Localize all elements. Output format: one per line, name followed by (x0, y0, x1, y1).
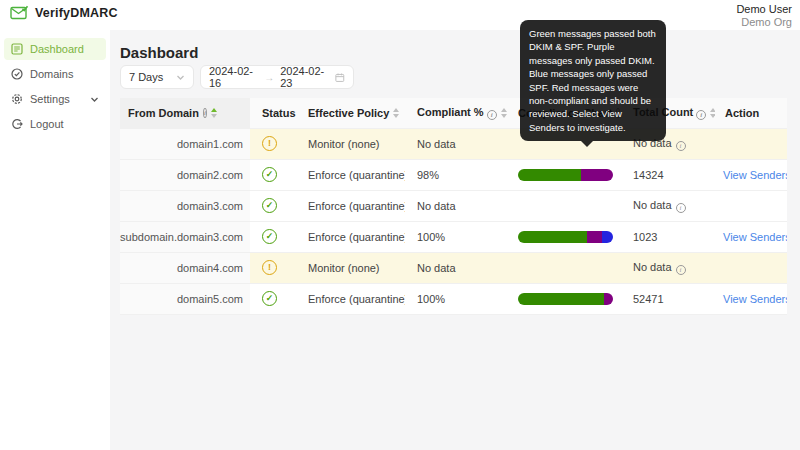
bar-segment-green (518, 231, 587, 243)
sidebar-item-settings[interactable]: Settings (4, 88, 106, 110)
action-cell (715, 252, 787, 283)
action-cell: View Senders (715, 283, 787, 314)
bar-segment-green (518, 293, 604, 305)
table-row: domain1.com ! Monitor (none) No data No … (120, 128, 787, 159)
status-cell: ! (250, 128, 300, 159)
table-header: From Domain Status Effectiv (120, 98, 787, 128)
sidebar-item-logout[interactable]: Logout (4, 113, 106, 135)
top-bar: VerifyDMARC Demo User Demo Org (0, 0, 800, 30)
compliant-cell: No data (405, 252, 510, 283)
sort-icon[interactable] (501, 108, 507, 118)
status-icon: ✓ (262, 291, 277, 306)
column-label: Action (725, 107, 759, 119)
status-cell: ! (250, 252, 300, 283)
column-header-action: Action (715, 98, 787, 128)
column-header-from-domain[interactable]: From Domain (120, 98, 250, 128)
column-header-compliant-pct[interactable]: Compliant % (405, 98, 510, 128)
table-row: domain5.com ✓ Enforce (quarantine) 100% … (120, 283, 787, 314)
table-row: subdomain.domain3.com ✓ Enforce (quarant… (120, 221, 787, 252)
policy-cell: Enforce (quarantine) (300, 190, 405, 221)
chart-cell (510, 159, 625, 190)
org-name: Demo Org (736, 16, 792, 29)
view-senders-link[interactable]: View Senders (723, 293, 787, 305)
compliant-cell: No data (405, 190, 510, 221)
sort-icon[interactable] (211, 108, 217, 118)
bar-segment-blue (602, 231, 613, 243)
status-icon: ✓ (262, 229, 277, 244)
app-title: VerifyDMARC (35, 6, 118, 20)
policy-cell: Monitor (none) (300, 252, 405, 283)
info-icon[interactable] (676, 265, 686, 275)
compliance-chart-tooltip: Green messages passed both DKIM & SPF. P… (520, 20, 666, 141)
action-cell (715, 128, 787, 159)
total-value: 14324 (633, 169, 664, 181)
info-icon[interactable] (676, 203, 686, 213)
status-cell: ✓ (250, 190, 300, 221)
sidebar: Dashboard Domains Settings Logout (0, 30, 110, 450)
view-senders-link[interactable]: View Senders (723, 169, 787, 181)
tooltip-arrow (581, 141, 593, 147)
sort-icon[interactable] (393, 108, 399, 118)
filters-bar: 7 Days 2024-02-16 → 2024-02-23 (120, 65, 354, 89)
compliant-cell: 100% (405, 221, 510, 252)
column-label: Compliant % (417, 106, 484, 118)
date-range-select[interactable]: 7 Days (120, 65, 194, 89)
logout-icon (11, 118, 23, 130)
info-icon[interactable] (487, 110, 497, 120)
calendar-icon[interactable] (335, 72, 345, 83)
sidebar-item-dashboard[interactable]: Dashboard (4, 38, 106, 60)
bar-segment-purple (581, 169, 613, 181)
info-icon[interactable] (203, 108, 207, 118)
table-row: domain4.com ! Monitor (none) No data No … (120, 252, 787, 283)
column-header-status: Status (250, 98, 300, 128)
table-row: domain2.com ✓ Enforce (quarantine) 98% 1… (120, 159, 787, 190)
total-cell: No data (625, 190, 715, 221)
tooltip-text: Green messages passed both DKIM & SPF. P… (529, 28, 656, 133)
action-cell (715, 190, 787, 221)
date-range-picker[interactable]: 2024-02-16 → 2024-02-23 (200, 65, 354, 89)
date-end-input[interactable]: 2024-02-23 (280, 65, 329, 89)
domain-cell: domain2.com (120, 159, 250, 190)
info-icon[interactable] (696, 110, 706, 120)
status-icon: ! (262, 136, 277, 151)
action-cell: View Senders (715, 221, 787, 252)
chart-cell (510, 190, 625, 221)
sidebar-item-domains[interactable]: Domains (4, 63, 106, 85)
date-range-arrow: → (264, 72, 274, 83)
check-circle-icon (11, 68, 23, 80)
sidebar-item-label: Settings (30, 93, 70, 105)
logo[interactable]: VerifyDMARC (10, 5, 118, 20)
sort-icon[interactable] (710, 108, 715, 118)
compliant-cell: 100% (405, 283, 510, 314)
compliance-bar (518, 231, 613, 243)
dashboard-icon (11, 43, 23, 55)
bar-segment-purple (604, 293, 614, 305)
compliant-cell: No data (405, 128, 510, 159)
table-row: domain3.com ✓ Enforce (quarantine) No da… (120, 190, 787, 221)
status-cell: ✓ (250, 159, 300, 190)
info-icon[interactable] (676, 141, 686, 151)
total-value: No data (633, 261, 672, 273)
chart-cell (510, 221, 625, 252)
policy-cell: Enforce (quarantine) (300, 159, 405, 190)
bar-segment-green (518, 169, 581, 181)
date-start-input[interactable]: 2024-02-16 (209, 65, 258, 89)
user-block[interactable]: Demo User Demo Org (736, 3, 792, 29)
compliance-bar (518, 169, 613, 181)
chevron-down-icon (90, 95, 99, 104)
sidebar-item-label: Dashboard (30, 43, 84, 55)
view-senders-link[interactable]: View Senders (723, 231, 787, 243)
domain-cell: domain5.com (120, 283, 250, 314)
chart-cell (510, 252, 625, 283)
gear-icon (11, 93, 23, 105)
column-header-effective-policy[interactable]: Effective Policy (300, 98, 405, 128)
sidebar-item-label: Logout (30, 118, 64, 130)
page-title: Dashboard (120, 44, 198, 61)
compliance-bar (518, 293, 613, 305)
total-value: 52471 (633, 293, 664, 305)
total-value: 1023 (633, 231, 657, 243)
total-cell: 1023 (625, 221, 715, 252)
compliant-cell: 98% (405, 159, 510, 190)
main-content: Dashboard 7 Days 2024-02-16 → 2024-02-23 (110, 30, 800, 450)
policy-cell: Enforce (quarantine) (300, 283, 405, 314)
